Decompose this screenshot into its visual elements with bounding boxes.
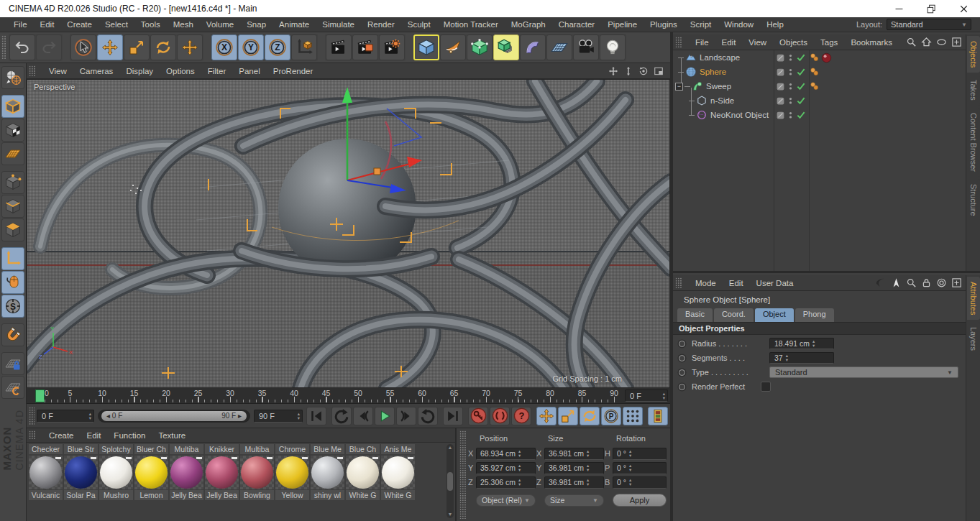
material-label-blue-me[interactable]: Blue Me: [311, 444, 344, 454]
object-menu-file[interactable]: File: [689, 38, 715, 47]
main-menu-file[interactable]: File: [7, 20, 34, 29]
editor-visibility-icon[interactable]: [776, 82, 785, 91]
object-menu-view[interactable]: View: [742, 38, 773, 47]
main-menu-sculpt[interactable]: Sculpt: [401, 20, 437, 29]
key-scale-button[interactable]: [558, 407, 578, 425]
target-button[interactable]: [935, 277, 948, 290]
main-menu-snap[interactable]: Snap: [240, 20, 273, 29]
restore-button[interactable]: [915, 0, 948, 17]
main-menu-animate[interactable]: Animate: [273, 20, 316, 29]
material-label-splotchy[interactable]: Splotchy: [99, 444, 133, 454]
position-mode-dropdown[interactable]: Object (Rel)▼: [476, 494, 536, 507]
vp-orbit-button[interactable]: [638, 65, 649, 77]
editor-visibility-icon[interactable]: [776, 68, 785, 77]
side-tab-structure[interactable]: Structure: [967, 179, 980, 221]
main-menu-mograph[interactable]: MoGraph: [505, 20, 552, 29]
material-label-knikker[interactable]: Knikker: [205, 444, 239, 454]
material-white-g[interactable]: White G: [381, 456, 415, 500]
viewport-solo-button[interactable]: [1, 271, 24, 294]
add-cube-button[interactable]: [413, 34, 439, 60]
next-frame-button[interactable]: [396, 407, 416, 425]
type-dropdown[interactable]: Standard▼: [769, 366, 958, 378]
key-rotation-button[interactable]: [580, 407, 600, 425]
rotation-p-field[interactable]: 0 °▴▾: [613, 462, 667, 474]
object-row-n-side[interactable]: n-Side: [673, 93, 966, 108]
panel-grip-icon[interactable]: [675, 277, 682, 288]
record-autokey-button[interactable]: [490, 407, 510, 425]
material-label-multiba[interactable]: Multiba: [170, 444, 203, 454]
visibility-dots-icon[interactable]: [786, 82, 795, 91]
side-tab-takes[interactable]: Takes: [967, 75, 980, 106]
size-mode-dropdown[interactable]: Size▼: [544, 494, 604, 507]
light-button[interactable]: [600, 34, 626, 60]
attribute-tab-basic[interactable]: Basic: [677, 308, 713, 322]
lock-button[interactable]: [920, 277, 933, 290]
key-parameter-button[interactable]: P: [601, 407, 621, 425]
position-y-field[interactable]: 35.927 cm▴▾: [476, 462, 536, 474]
side-tab-content-browser[interactable]: Content Browser: [967, 108, 980, 177]
timeline-ruler[interactable]: 051015202530354045505560657075808590 0 F…: [27, 388, 670, 404]
material-label-chrome[interactable]: Chrome: [275, 444, 309, 454]
live-selection-button[interactable]: [70, 34, 96, 60]
key-position-button[interactable]: [536, 407, 557, 425]
viewport-menu-panel[interactable]: Panel: [232, 67, 266, 75]
object-row-sweep[interactable]: −Sweep: [673, 79, 966, 93]
home-button[interactable]: [920, 36, 933, 49]
nav-forward-button[interactable]: [889, 277, 902, 290]
render-perfect-checkbox[interactable]: [761, 382, 771, 392]
main-menu-pipeline[interactable]: Pipeline: [601, 20, 644, 29]
film-ghost-button[interactable]: [648, 407, 668, 425]
material-label-bluer-ch[interactable]: Bluer Ch: [134, 444, 168, 454]
render-picture-viewer-button[interactable]: [352, 34, 378, 60]
attribute-tab-coord[interactable]: Coord.: [714, 308, 754, 322]
render-settings-button[interactable]: [379, 34, 405, 60]
enabled-check-icon[interactable]: [796, 96, 806, 106]
main-menu-simulate[interactable]: Simulate: [316, 20, 361, 29]
workplane-c-button[interactable]: [1, 376, 24, 399]
object-name[interactable]: Landscape: [700, 53, 740, 62]
vp-dolly-button[interactable]: [623, 65, 634, 77]
workplane-mode-button[interactable]: [1, 142, 24, 165]
object-row-landscape[interactable]: Landscape: [673, 50, 966, 65]
snap-settings-button[interactable]: S: [1, 295, 24, 318]
rotation-h-field[interactable]: 0 °▴▾: [613, 448, 667, 460]
material-menu-texture[interactable]: Texture: [152, 431, 192, 440]
make-editable-button[interactable]: [1, 66, 24, 89]
material-mushro[interactable]: Mushro: [99, 456, 133, 500]
keyframe-circle-icon[interactable]: [679, 355, 685, 361]
scroll-down-icon[interactable]: ▼: [447, 511, 454, 518]
scrollbar-thumb[interactable]: [447, 472, 453, 491]
close-button[interactable]: [948, 0, 980, 17]
viewport-menu-prorender[interactable]: ProRender: [267, 67, 320, 75]
stepper-icon[interactable]: ▴▾: [663, 392, 665, 400]
stepper-icon[interactable]: ▴▾: [89, 412, 91, 420]
main-menu-volume[interactable]: Volume: [200, 20, 240, 29]
enabled-check-icon[interactable]: [796, 52, 806, 63]
vp-pan-button[interactable]: [608, 65, 619, 77]
visibility-dots-icon[interactable]: [786, 53, 795, 63]
workplane-lock-button[interactable]: [1, 352, 24, 375]
enabled-check-icon[interactable]: [796, 110, 806, 120]
prev-frame-button[interactable]: [353, 407, 373, 425]
axis-mode-button[interactable]: [1, 247, 24, 270]
size-y-field[interactable]: 36.981 cm▴▾: [544, 462, 604, 474]
visibility-dots-icon[interactable]: [786, 111, 795, 120]
frame-range-slider[interactable]: ◂ 0 F 90 F ▸: [98, 410, 250, 423]
main-menu-edit[interactable]: Edit: [34, 20, 61, 29]
material-yellow[interactable]: Yellow: [275, 456, 309, 500]
editor-visibility-icon[interactable]: [776, 96, 785, 106]
material-label-multiba[interactable]: Multiba: [240, 444, 274, 454]
tag-phong-icon[interactable]: [810, 52, 820, 63]
material-label-anis-me[interactable]: Anis Me: [381, 444, 415, 454]
main-menu-select[interactable]: Select: [99, 20, 134, 29]
move-button[interactable]: [97, 34, 123, 60]
object-menu-objects[interactable]: Objects: [773, 38, 814, 47]
deformers-button[interactable]: [520, 34, 546, 60]
object-name[interactable]: n-Side: [710, 96, 734, 105]
attribute-menu-mode[interactable]: Mode: [689, 279, 723, 287]
key-pla-button[interactable]: [623, 407, 643, 425]
material-label-blue-ch[interactable]: Blue Ch: [346, 444, 380, 454]
panel-grip-icon[interactable]: [29, 430, 35, 440]
current-frame-field[interactable]: 0 F ▴▾: [37, 410, 94, 423]
render-view-button[interactable]: [326, 34, 352, 60]
